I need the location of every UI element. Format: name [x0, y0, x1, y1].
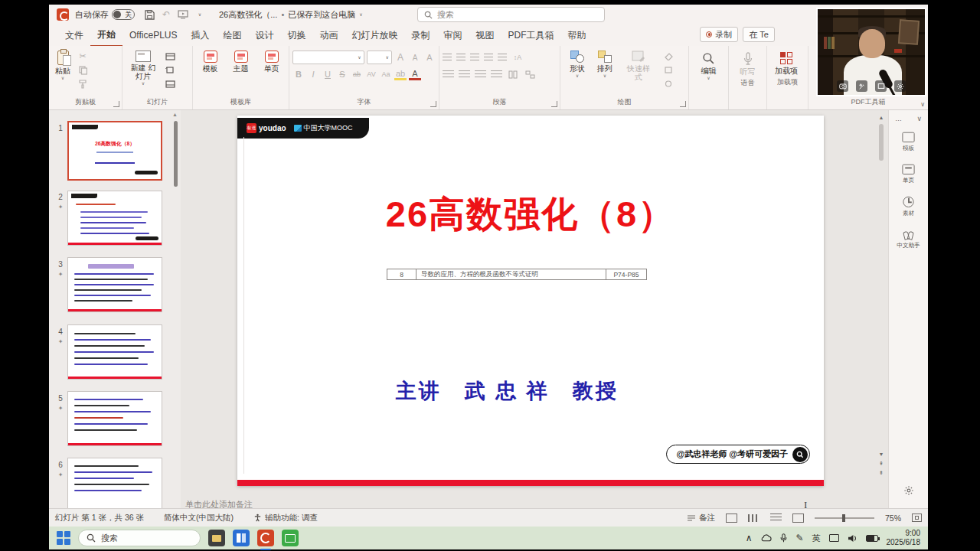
- cloud-icon[interactable]: [760, 534, 772, 542]
- shape-fill-icon[interactable]: [662, 51, 675, 62]
- layout-icon[interactable]: [163, 51, 177, 62]
- panel-item-assets[interactable]: 素材: [890, 197, 926, 218]
- clipboard-dialog-launcher-icon[interactable]: [113, 101, 119, 107]
- paste-button[interactable]: 粘贴 ∨: [52, 49, 74, 82]
- switch-camera-icon[interactable]: [837, 80, 848, 92]
- panel-collapse-icon[interactable]: ∨: [916, 115, 922, 122]
- previous-slide-icon[interactable]: ⇞: [877, 461, 885, 467]
- panel-more-icon[interactable]: …: [895, 115, 902, 122]
- copy-icon[interactable]: [76, 64, 90, 76]
- record-button[interactable]: 录制: [700, 27, 738, 42]
- paragraph-dialog-launcher-icon[interactable]: [551, 101, 557, 107]
- powerpoint-app-icon[interactable]: [57, 8, 69, 21]
- speaker-icon[interactable]: [848, 534, 858, 543]
- font-name-combo[interactable]: ∨: [292, 51, 364, 64]
- tab-animations[interactable]: 动画: [312, 25, 345, 46]
- lecturer-text[interactable]: 主讲 武 忠 祥 教授: [237, 377, 777, 405]
- grow-font-icon[interactable]: A: [394, 51, 407, 64]
- slide-scrollbar[interactable]: ▲ ▼ ⇞ ⇟: [877, 115, 885, 485]
- clock[interactable]: 9:00 2025/6/18: [887, 529, 921, 547]
- tab-officeplus[interactable]: OfficePLUS: [122, 26, 184, 44]
- align-center-icon[interactable]: [459, 70, 470, 79]
- save-icon[interactable]: [141, 7, 158, 22]
- character-spacing-icon[interactable]: AV: [365, 68, 377, 80]
- thumbnail-slide-5[interactable]: [67, 391, 162, 446]
- panel-item-single-page[interactable]: 单页: [890, 165, 926, 185]
- tab-view[interactable]: 视图: [469, 25, 501, 46]
- taskbar-app-powerpoint[interactable]: [257, 530, 274, 546]
- strikethrough2-icon[interactable]: ab: [351, 68, 363, 80]
- tab-slideshow[interactable]: 幻灯片放映: [345, 25, 404, 46]
- start-button[interactable]: [57, 531, 70, 545]
- tab-file[interactable]: 文件: [58, 25, 90, 46]
- ime-indicator[interactable]: 英: [812, 533, 821, 544]
- search-input[interactable]: 搜索: [417, 7, 605, 22]
- underline-icon[interactable]: U: [322, 68, 334, 80]
- line-spacing-icon[interactable]: [498, 54, 507, 62]
- tray-microphone-icon[interactable]: [780, 533, 787, 543]
- thumbnail-slide-4[interactable]: [67, 324, 162, 380]
- font-color-icon[interactable]: A: [409, 68, 421, 80]
- increase-indent-icon[interactable]: [484, 54, 493, 62]
- template-button[interactable]: 模板: [200, 49, 221, 74]
- theme-button[interactable]: 主题: [230, 49, 252, 74]
- settings-gear-icon[interactable]: [889, 485, 928, 499]
- new-slide-button[interactable]: 新建 幻灯片 ∨: [126, 49, 161, 87]
- shapes-button[interactable]: 形状 ∨: [567, 49, 588, 80]
- tab-home[interactable]: 开始: [90, 24, 122, 47]
- zoom-level[interactable]: 75%: [885, 514, 901, 523]
- tab-record[interactable]: 录制: [404, 25, 436, 46]
- autosave-switch[interactable]: 关: [112, 9, 135, 20]
- section-icon[interactable]: [163, 78, 177, 90]
- slide-counter[interactable]: 幻灯片 第 1 张，共 36 张: [55, 513, 144, 523]
- justify-icon[interactable]: [491, 70, 502, 79]
- scroll-up-icon[interactable]: ▲: [877, 115, 885, 120]
- slide-canvas[interactable]: 有道 youdao 中国大学MOOC 26高数强化（8） 8 导数的应用、方程的…: [237, 116, 824, 486]
- single-page-button[interactable]: 单页: [261, 49, 283, 74]
- thumbnail-slide-2[interactable]: [67, 191, 162, 246]
- fit-to-window-icon[interactable]: [912, 514, 922, 522]
- next-slide-icon[interactable]: ⇟: [877, 470, 885, 476]
- panel-item-chinese-assistant[interactable]: 中文助手: [890, 230, 926, 250]
- saved-status[interactable]: 已保存到这台电脑: [288, 9, 355, 21]
- arrange-button[interactable]: 排列 ∨: [594, 49, 616, 80]
- cut-icon[interactable]: ✂: [76, 51, 90, 62]
- autosave-toggle[interactable]: 自动保存 关: [75, 9, 135, 21]
- thumbnails-scroll-up-icon[interactable]: ▲: [172, 112, 178, 117]
- reading-view-icon[interactable]: [770, 514, 782, 523]
- smartart-convert-icon[interactable]: [524, 68, 536, 80]
- thumbnail-slide-6[interactable]: [67, 458, 162, 508]
- notes-toggle-button[interactable]: 备注: [687, 513, 715, 523]
- quick-access-chevron-icon[interactable]: ∨: [191, 7, 208, 22]
- tab-design[interactable]: 设计: [248, 25, 280, 46]
- tab-insert[interactable]: 插入: [184, 25, 216, 46]
- shape-effects-icon[interactable]: [662, 78, 675, 90]
- webcam-overlay[interactable]: [816, 8, 926, 96]
- share-teams-button[interactable]: 在 Te: [743, 27, 775, 42]
- shrink-font-icon[interactable]: A: [409, 51, 421, 64]
- battery-icon[interactable]: [866, 535, 878, 542]
- zoom-slider[interactable]: [815, 517, 874, 519]
- reset-slide-icon[interactable]: [163, 64, 177, 76]
- tab-pdf-toolbox[interactable]: PDF工具箱: [501, 25, 560, 46]
- slide-sorter-view-icon[interactable]: [748, 514, 760, 522]
- align-left-icon[interactable]: [443, 70, 454, 79]
- addins-button[interactable]: 加载项: [770, 51, 802, 77]
- thumbnail-slide-3[interactable]: [67, 257, 162, 312]
- decrease-indent-icon[interactable]: [470, 54, 479, 62]
- panel-item-template[interactable]: 模板: [890, 132, 926, 153]
- slideshow-view-icon[interactable]: [792, 514, 804, 523]
- columns-icon[interactable]: [507, 68, 519, 80]
- frame-icon[interactable]: [875, 80, 887, 92]
- zoom-slider-knob[interactable]: [842, 514, 845, 522]
- lecture-table[interactable]: 8 导数的应用、方程的根及函数不等式证明 P74-P85: [387, 269, 647, 280]
- taskbar-search[interactable]: 搜索: [78, 530, 201, 546]
- quick-styles-button[interactable]: 快速样式: [622, 49, 655, 83]
- strikethrough-icon[interactable]: S: [336, 68, 348, 80]
- text-direction-icon[interactable]: ↕A: [511, 51, 524, 64]
- numbering-icon[interactable]: [456, 54, 466, 62]
- collapse-ribbon-icon[interactable]: ∨: [920, 101, 925, 108]
- start-slideshow-icon[interactable]: [175, 7, 191, 22]
- thumbnails-scrollbar[interactable]: [174, 121, 178, 187]
- change-case-icon[interactable]: Aa: [380, 68, 392, 80]
